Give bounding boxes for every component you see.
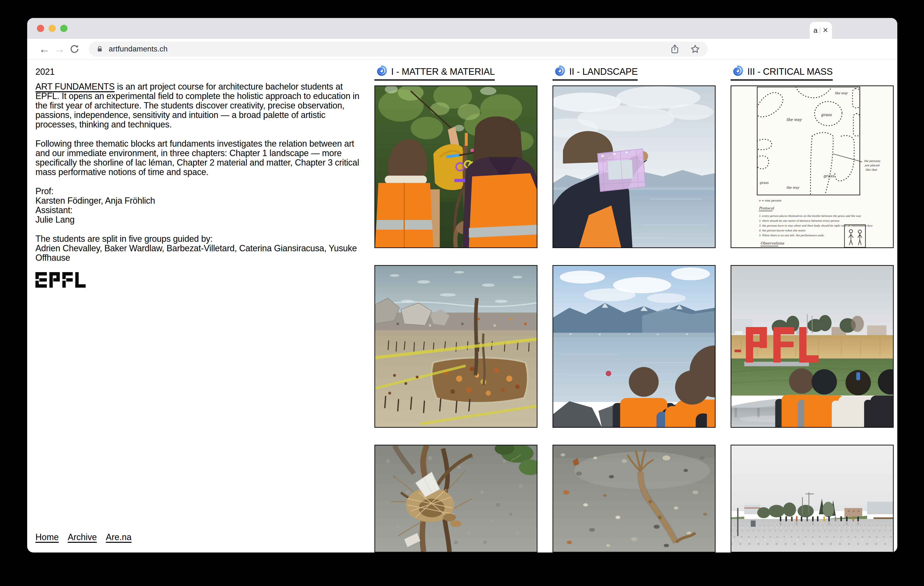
svg-text:the way: the way	[786, 117, 802, 122]
svg-text:o = one person: o = one person	[759, 199, 781, 202]
back-button[interactable]: ←	[37, 43, 52, 56]
svg-text:Observations: Observations	[761, 241, 784, 245]
groups-names: Adrien Chevalley, Baker Wardlaw, Barbeza…	[35, 243, 357, 263]
forward-button[interactable]: →	[52, 43, 67, 56]
epfl-logo	[35, 272, 86, 288]
photo-matter-1[interactable]	[375, 86, 538, 248]
chapters-paragraph: Following three thematic blocks art fund…	[35, 139, 361, 177]
groups-intro: The students are split in five groups gu…	[35, 234, 213, 244]
tab-title: a	[813, 26, 817, 35]
page-content: 2021 ART FUNDAMENTS is an art project co…	[27, 60, 897, 552]
prof-label: Prof:	[35, 186, 54, 196]
photo-critical-1[interactable]: grass the way the way grass grass the wa…	[731, 86, 894, 248]
tab-close-icon[interactable]: ✕	[823, 27, 828, 34]
svg-text:grass: grass	[823, 174, 835, 178]
photo-matter-3[interactable]	[375, 445, 538, 553]
photo-critical-2[interactable]	[731, 265, 894, 428]
svg-text:like that: like that	[866, 168, 878, 171]
art-fundaments-link[interactable]: ART FUNDAMENTS	[35, 81, 115, 91]
close-window-button[interactable]	[37, 25, 44, 32]
browser-tab[interactable]: a ✕	[810, 22, 832, 39]
svg-text:the way: the way	[835, 91, 848, 95]
minimize-window-button[interactable]	[48, 25, 56, 32]
footer-link-arena[interactable]: Are.na	[106, 532, 132, 542]
address-bar[interactable]: artfundaments.ch	[89, 41, 708, 56]
tab-separator	[820, 27, 820, 33]
svg-text:the way: the way	[786, 186, 800, 189]
footer-nav: Home Archive Are.na	[35, 532, 132, 542]
arena-spiral-icon	[375, 65, 388, 78]
svg-text:3. the persons have to stay si: 3. the persons have to stay silent and t…	[759, 224, 873, 227]
browser-titlebar[interactable]: a ✕	[27, 18, 897, 39]
traffic-lights	[37, 25, 68, 32]
svg-text:grass: grass	[760, 181, 769, 184]
prof-names: Karsten Födinger, Anja Fröhlich	[35, 196, 155, 205]
chapter-title: II - LANDSCAPE	[569, 66, 638, 77]
arena-spiral-icon	[553, 65, 566, 78]
svg-text:the persons: the persons	[864, 159, 880, 163]
svg-text:5. When there is no one left,: 5. When there is no one left, the perfor…	[759, 234, 824, 237]
chapter-link-landscape[interactable]: II - LANDSCAPE	[553, 65, 638, 81]
staff-block: Prof: Karsten Födinger, Anja Fröhlich As…	[35, 186, 361, 224]
column-critical-mass: III - CRITICAL MASS	[731, 65, 894, 553]
column-landscape: II - LANDSCAPE	[553, 65, 716, 553]
photo-landscape-3[interactable]	[553, 445, 716, 553]
chapter-link-critical-mass[interactable]: III - CRITICAL MASS	[731, 65, 833, 81]
svg-text:grass: grass	[821, 113, 832, 117]
svg-text:Protocol: Protocol	[759, 206, 774, 210]
share-icon[interactable]	[670, 44, 680, 54]
lock-icon	[96, 45, 103, 53]
intro-paragraph: ART FUNDAMENTS is an art project course …	[35, 82, 361, 129]
photo-landscape-2[interactable]	[553, 265, 716, 428]
reload-button[interactable]	[67, 44, 82, 55]
intro-column: 2021 ART FUNDAMENTS is an art project co…	[35, 67, 361, 288]
chapter-link-matter-material[interactable]: I - MATTER & MATERIAL	[375, 65, 495, 81]
column-matter-material: I - MATTER & MATERIAL	[375, 65, 538, 553]
svg-text:2. there should be one meter o: 2. there should be one meter of distance…	[759, 219, 839, 222]
svg-text:1. every person places themsel: 1. every person places themselves on the…	[759, 214, 861, 217]
assistant-label: Assistant:	[35, 205, 73, 215]
photo-critical-3[interactable]	[731, 445, 894, 553]
reload-icon	[69, 44, 80, 55]
browser-window: a ✕ ← → artfundaments.ch	[27, 18, 897, 553]
zoom-window-button[interactable]	[60, 25, 68, 32]
assistant-names: Julie Lang	[35, 215, 74, 225]
url-text[interactable]: artfundaments.ch	[109, 45, 168, 53]
year-label: 2021	[35, 67, 361, 76]
arena-spiral-icon	[731, 65, 744, 78]
browser-toolbar: ← → artfundaments.ch	[27, 39, 897, 60]
chapter-title: III - CRITICAL MASS	[747, 66, 833, 77]
bookmark-star-icon[interactable]	[690, 44, 700, 54]
photo-matter-2[interactable]	[375, 265, 538, 428]
footer-link-home[interactable]: Home	[35, 532, 59, 542]
svg-text:are placed: are placed	[865, 164, 879, 167]
chapter-title: I - MATTER & MATERIAL	[391, 66, 495, 77]
svg-text:4. the person leaves when she: 4. the person leaves when she wants	[759, 229, 805, 232]
photo-landscape-1[interactable]	[553, 86, 716, 248]
chapters-grid: I - MATTER & MATERIAL	[375, 65, 894, 553]
footer-link-archive[interactable]: Archive	[68, 532, 97, 542]
groups-block: The students are split in five groups gu…	[35, 234, 361, 262]
